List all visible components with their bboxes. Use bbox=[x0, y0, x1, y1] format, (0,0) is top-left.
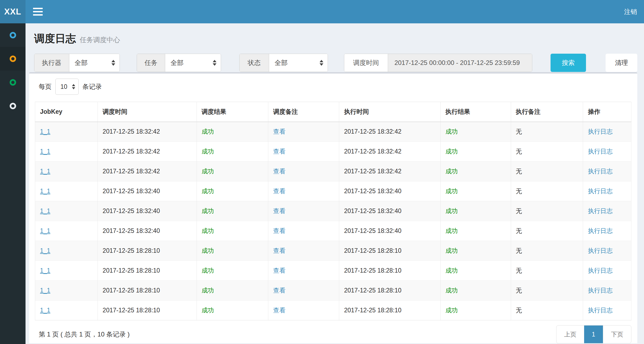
column-header: JobKey bbox=[35, 102, 98, 122]
menu-circle-icon bbox=[10, 56, 16, 62]
sidebar-item-menu-item-4[interactable] bbox=[0, 94, 26, 118]
execute-log-link[interactable]: 执行日志 bbox=[588, 307, 613, 314]
execute-log-link[interactable]: 执行日志 bbox=[588, 188, 613, 195]
page-size-value: 10 bbox=[60, 83, 67, 90]
executor-select-value: 全部 bbox=[75, 58, 88, 67]
table-row: 1_12017-12-25 18:32:40成功查看2017-12-25 18:… bbox=[35, 181, 631, 201]
handle-result: 成功 bbox=[446, 128, 458, 135]
job-select[interactable]: 全部 bbox=[165, 54, 221, 72]
view-trigger-msg-link[interactable]: 查看 bbox=[273, 148, 285, 155]
view-trigger-msg-link[interactable]: 查看 bbox=[273, 287, 285, 294]
status-select-value: 全部 bbox=[274, 58, 287, 67]
screen: XXL 注销 调度日志 任务调度中心 执行器 全部 bbox=[0, 0, 644, 344]
handle-result: 成功 bbox=[446, 148, 458, 155]
table-row: 1_12017-12-25 18:32:42成功查看2017-12-25 18:… bbox=[35, 122, 631, 142]
jobkey-link[interactable]: 1_1 bbox=[40, 227, 50, 234]
handle-time: 2017-12-25 18:28:10 bbox=[344, 267, 401, 274]
view-trigger-msg-link[interactable]: 查看 bbox=[273, 247, 285, 254]
execute-log-link[interactable]: 执行日志 bbox=[588, 227, 613, 234]
jobkey-link[interactable]: 1_1 bbox=[40, 188, 50, 195]
execute-log-link[interactable]: 执行日志 bbox=[588, 247, 613, 254]
view-trigger-msg-link[interactable]: 查看 bbox=[273, 227, 285, 234]
prev-page-button[interactable]: 上页 bbox=[556, 325, 584, 343]
page-size-control: 每页 10 条记录 bbox=[39, 79, 631, 95]
jobkey-link[interactable]: 1_1 bbox=[40, 267, 50, 274]
app-logo[interactable]: XXL bbox=[0, 0, 26, 23]
trigger-result: 成功 bbox=[202, 128, 214, 135]
handle-msg: 无 bbox=[516, 287, 522, 294]
trigger-time-filter-label: 调度时间 bbox=[344, 54, 388, 72]
jobkey-link[interactable]: 1_1 bbox=[40, 287, 50, 294]
jobkey-link[interactable]: 1_1 bbox=[40, 168, 50, 175]
sidebar-item-menu-item-3[interactable] bbox=[0, 71, 26, 94]
handle-result: 成功 bbox=[446, 227, 458, 234]
search-button[interactable]: 搜索 bbox=[551, 54, 586, 72]
handle-result: 成功 bbox=[446, 207, 458, 214]
trigger-time: 2017-12-25 18:32:40 bbox=[103, 227, 160, 234]
execute-log-link[interactable]: 执行日志 bbox=[588, 287, 613, 294]
trigger-result: 成功 bbox=[202, 267, 214, 274]
table-row: 1_12017-12-25 18:32:42成功查看2017-12-25 18:… bbox=[35, 142, 631, 162]
execute-log-link[interactable]: 执行日志 bbox=[588, 207, 613, 214]
logout-link[interactable]: 注销 bbox=[624, 6, 638, 18]
view-trigger-msg-link[interactable]: 查看 bbox=[273, 267, 285, 274]
navbar-rest: 注销 bbox=[26, 0, 644, 23]
clear-log-button[interactable]: 清理 bbox=[606, 54, 637, 72]
jobkey-link[interactable]: 1_1 bbox=[40, 307, 50, 314]
column-header: 调度时间 bbox=[98, 102, 197, 122]
execute-log-link[interactable]: 执行日志 bbox=[588, 168, 613, 175]
column-header: 执行时间 bbox=[339, 102, 440, 122]
log-table-body: 1_12017-12-25 18:32:42成功查看2017-12-25 18:… bbox=[35, 122, 631, 320]
column-header: 执行备注 bbox=[511, 102, 583, 122]
status-select[interactable]: 全部 bbox=[269, 54, 328, 72]
jobkey-link[interactable]: 1_1 bbox=[40, 128, 50, 135]
view-trigger-msg-link[interactable]: 查看 bbox=[273, 168, 285, 175]
column-header: 调度备注 bbox=[268, 102, 339, 122]
jobkey-link[interactable]: 1_1 bbox=[40, 148, 50, 155]
view-trigger-msg-link[interactable]: 查看 bbox=[273, 128, 285, 135]
executor-filter-group: 执行器 全部 bbox=[34, 54, 120, 72]
sidebar bbox=[0, 23, 26, 344]
select-arrows-icon bbox=[320, 60, 323, 66]
sidebar-item-menu-item-1[interactable] bbox=[0, 23, 26, 47]
execute-log-link[interactable]: 执行日志 bbox=[588, 267, 613, 274]
handle-msg: 无 bbox=[516, 247, 522, 254]
view-trigger-msg-link[interactable]: 查看 bbox=[273, 188, 285, 195]
view-trigger-msg-link[interactable]: 查看 bbox=[273, 207, 285, 214]
page-title: 调度日志 bbox=[34, 31, 76, 46]
pagination: 上页 1 下页 bbox=[556, 325, 631, 343]
executor-select[interactable]: 全部 bbox=[69, 54, 120, 72]
trigger-result: 成功 bbox=[202, 168, 214, 175]
select-arrows-icon bbox=[72, 84, 75, 89]
handle-time: 2017-12-25 18:32:42 bbox=[344, 168, 401, 175]
view-trigger-msg-link[interactable]: 查看 bbox=[273, 307, 285, 314]
page-size-select[interactable]: 10 bbox=[55, 79, 79, 95]
pagination-info: 第 1 页 ( 总共 1 页，10 条记录 ) bbox=[39, 330, 130, 339]
job-filter-group: 任务 全部 bbox=[137, 54, 221, 72]
execute-log-link[interactable]: 执行日志 bbox=[588, 128, 613, 135]
sidebar-item-menu-item-2[interactable] bbox=[0, 47, 26, 71]
menu-circle-icon bbox=[10, 79, 16, 86]
sidebar-toggle-button[interactable] bbox=[30, 4, 46, 20]
hamburger-icon bbox=[33, 14, 43, 16]
handle-result: 成功 bbox=[446, 188, 458, 195]
main-content: 调度日志 任务调度中心 执行器 全部 任务 全部 状态 bbox=[26, 23, 644, 344]
current-page-button[interactable]: 1 bbox=[584, 325, 603, 343]
jobkey-link[interactable]: 1_1 bbox=[40, 207, 50, 214]
trigger-result: 成功 bbox=[202, 148, 214, 155]
execute-log-link[interactable]: 执行日志 bbox=[588, 148, 613, 155]
table-row: 1_12017-12-25 18:28:10成功查看2017-12-25 18:… bbox=[35, 281, 631, 301]
trigger-time: 2017-12-25 18:28:10 bbox=[103, 307, 160, 314]
job-select-value: 全部 bbox=[171, 58, 183, 67]
handle-msg: 无 bbox=[516, 188, 522, 195]
trigger-time-range-input[interactable]: 2017-12-25 00:00:00 - 2017-12-25 23:59:5… bbox=[388, 54, 532, 72]
table-header-row: JobKey调度时间调度结果调度备注执行时间执行结果执行备注操作 bbox=[35, 102, 631, 122]
handle-msg: 无 bbox=[516, 307, 522, 314]
filter-toolbar: 执行器 全部 任务 全部 状态 全部 bbox=[34, 54, 637, 72]
trigger-result: 成功 bbox=[202, 307, 214, 314]
handle-result: 成功 bbox=[446, 267, 458, 274]
next-page-button[interactable]: 下页 bbox=[603, 325, 631, 343]
jobkey-link[interactable]: 1_1 bbox=[40, 247, 50, 254]
trigger-time: 2017-12-25 18:32:42 bbox=[103, 168, 160, 175]
table-row: 1_12017-12-25 18:32:40成功查看2017-12-25 18:… bbox=[35, 221, 631, 241]
